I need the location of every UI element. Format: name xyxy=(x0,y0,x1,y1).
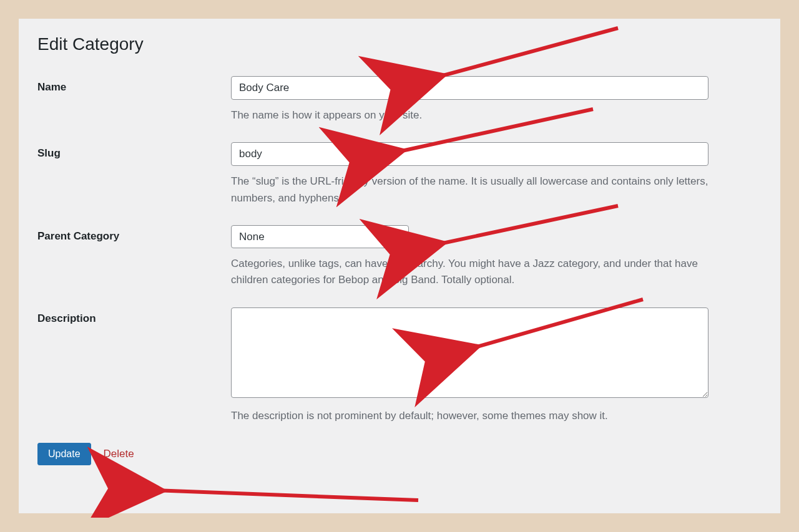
update-button[interactable]: Update xyxy=(37,443,91,465)
name-help: The name is how it appears on your site. xyxy=(231,107,708,123)
name-label: Name xyxy=(37,76,231,94)
page-title: Edit Category xyxy=(37,34,762,54)
slug-label: Slug xyxy=(37,142,231,160)
parent-label: Parent Category xyxy=(37,225,231,243)
parent-row: Parent Category None Categories, unlike … xyxy=(37,225,762,289)
parent-select[interactable]: None xyxy=(231,225,409,248)
description-label: Description xyxy=(37,307,231,325)
description-textarea[interactable] xyxy=(231,307,708,398)
description-help: The description is not prominent by defa… xyxy=(231,408,708,424)
form-actions: Update Delete xyxy=(37,443,762,465)
parent-help: Categories, unlike tags, can have a hier… xyxy=(231,256,708,289)
name-input[interactable] xyxy=(231,76,708,100)
parent-field: None Categories, unlike tags, can have a… xyxy=(231,225,762,289)
slug-help: The “slug” is the URL-friendly version o… xyxy=(231,173,708,206)
slug-row: Slug The “slug” is the URL-friendly vers… xyxy=(37,142,762,206)
edit-category-panel: Edit Category Name The name is how it ap… xyxy=(19,19,780,513)
arrow-icon xyxy=(153,490,418,500)
slug-input[interactable] xyxy=(231,142,708,166)
name-field: The name is how it appears on your site. xyxy=(231,76,762,123)
name-row: Name The name is how it appears on your … xyxy=(37,76,762,123)
delete-link[interactable]: Delete xyxy=(104,448,134,460)
description-row: Description The description is not promi… xyxy=(37,307,762,424)
description-field: The description is not prominent by defa… xyxy=(231,307,762,424)
slug-field: The “slug” is the URL-friendly version o… xyxy=(231,142,762,206)
